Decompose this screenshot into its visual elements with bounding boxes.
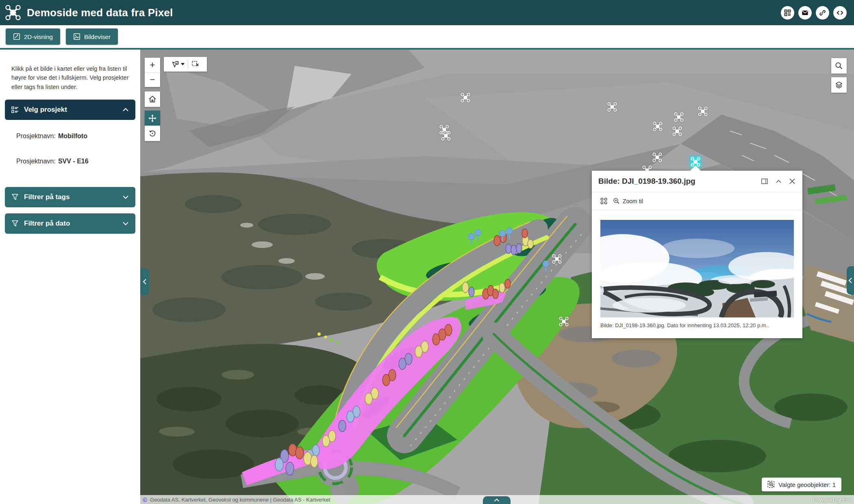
qr-code-icon <box>784 9 791 17</box>
chevron-up-icon <box>122 108 129 112</box>
embed-code-button[interactable] <box>833 6 847 20</box>
powered-by-esri: Powered by Esri <box>813 497 852 503</box>
selected-features-label: Valgte geoobjekter: 1 <box>778 481 836 488</box>
chevron-up-icon <box>493 498 500 502</box>
section-label: Filtrer på tags <box>24 193 70 201</box>
collapse-popup-button[interactable] <box>771 174 785 188</box>
actions-grid-icon <box>600 198 607 204</box>
map-2d-icon <box>13 33 20 40</box>
selection-toolbar <box>164 57 207 72</box>
zoom-to-icon <box>613 198 620 204</box>
expand-right-panel-tab[interactable] <box>847 266 854 295</box>
view-2d-label: 2D-visning <box>24 33 53 40</box>
search-icon <box>834 61 843 70</box>
project-prefix: Prosjektnavn: <box>16 133 56 140</box>
email-icon <box>801 9 809 17</box>
close-icon <box>789 178 795 184</box>
home-icon <box>148 95 157 104</box>
project-list-icon <box>11 106 19 113</box>
section-velg-prosjekt[interactable]: Velg prosjekt <box>5 100 135 120</box>
dock-popup-button[interactable] <box>758 174 771 188</box>
image-viewer-label: Bildeviser <box>84 33 111 40</box>
project-prefix: Prosjektnavn: <box>16 158 56 165</box>
popup-body: Bilde: DJI_0198-19.360.jpg. Dato for inn… <box>592 210 802 328</box>
zoom-to-label: Zoom til <box>623 198 643 204</box>
clear-selection-icon[interactable] <box>191 60 200 68</box>
email-button[interactable] <box>798 6 812 20</box>
project-name: Mobilfoto <box>58 133 87 140</box>
dock-icon <box>761 178 768 185</box>
popup-pointer <box>690 165 701 171</box>
section-filter-dato[interactable]: Filtrer på dato <box>5 213 135 234</box>
layers-icon <box>834 80 843 89</box>
map-container: + − <box>140 50 854 504</box>
popup-action-bar: Zoom til <box>592 192 802 210</box>
code-icon <box>836 9 844 17</box>
zoom-control: + − <box>145 58 160 87</box>
expand-bottom-panel-button[interactable] <box>483 496 511 504</box>
sidebar: Klikk på et bilde i kartet eller velg fr… <box>0 50 140 504</box>
home-button[interactable] <box>145 91 160 107</box>
selected-features-badge[interactable]: Valgte geoobjekter: 1 <box>762 478 841 491</box>
share-link-button[interactable] <box>816 6 829 20</box>
filter-icon <box>11 193 19 201</box>
selection-toolbar-divider <box>188 60 188 69</box>
image-viewer-button[interactable]: Bildeviser <box>66 28 118 45</box>
selected-features-icon <box>767 481 775 488</box>
view-2d-button[interactable]: 2D-visning <box>6 28 60 45</box>
header-actions <box>781 6 847 20</box>
project-name: SVV - E16 <box>58 158 89 165</box>
pan-button[interactable] <box>145 111 160 126</box>
select-tool-dropdown-icon[interactable] <box>181 63 185 65</box>
project-item-mobilfoto[interactable]: Prosjektnavn: Mobilfoto <box>16 128 130 144</box>
zoom-to-action[interactable]: Zoom til <box>613 198 643 204</box>
collapse-left-panel-tab[interactable] <box>140 268 149 295</box>
close-popup-button[interactable] <box>785 174 799 188</box>
page-title: Demoside med data fra Pixel <box>27 7 173 19</box>
chevron-down-icon <box>122 222 129 226</box>
panorama-image <box>600 220 794 317</box>
qr-code-button[interactable] <box>781 6 794 20</box>
pan-icon <box>148 114 157 123</box>
section-label: Velg prosjekt <box>24 106 67 114</box>
chevron-left-icon <box>848 278 852 283</box>
toolbar-divider <box>0 48 854 50</box>
section-filter-tags[interactable]: Filtrer på tags <box>5 187 135 207</box>
select-tool-icon[interactable] <box>171 60 179 68</box>
image-viewer-icon <box>73 33 80 40</box>
project-item-svv-e16[interactable]: Prosjektnavn: SVV - E16 <box>16 153 130 169</box>
view-toolbar: 2D-visning Bildeviser <box>0 25 854 48</box>
popup-actions-menu-button[interactable] <box>598 195 610 207</box>
chevron-left-icon <box>143 279 147 285</box>
app-header: Demoside med data fra Pixel <box>0 0 854 25</box>
search-button[interactable] <box>831 58 847 74</box>
sidebar-instructions: Klikk på et bilde i kartet eller velg fr… <box>11 64 130 91</box>
filter-icon <box>11 220 19 227</box>
link-icon <box>819 9 826 17</box>
feature-popup: Bilde: DJI_0198-19.360.jpg <box>592 171 802 338</box>
zoom-out-button[interactable]: − <box>145 72 160 87</box>
popup-caption: Bilde: DJI_0198-19.360.jpg. Dato for inn… <box>600 322 794 328</box>
drone-logo-icon <box>5 4 21 21</box>
rotate-icon <box>148 129 157 138</box>
chevron-up-icon <box>776 180 782 183</box>
popup-title: Bilde: DJI_0198-19.360.jpg <box>598 177 758 186</box>
zoom-in-button[interactable]: + <box>145 58 160 72</box>
rotate-button[interactable] <box>145 126 160 141</box>
layers-button[interactable] <box>831 77 847 93</box>
attribution-text: Geodata AS, Kartverket, Geovekst og komm… <box>150 497 330 503</box>
panorama-thumbnail[interactable] <box>600 220 794 317</box>
chevron-down-icon <box>122 195 129 199</box>
section-label: Filtrer på dato <box>24 219 70 228</box>
attribution-info-icon[interactable]: © <box>143 496 147 503</box>
popup-header: Bilde: DJI_0198-19.360.jpg <box>592 171 802 192</box>
